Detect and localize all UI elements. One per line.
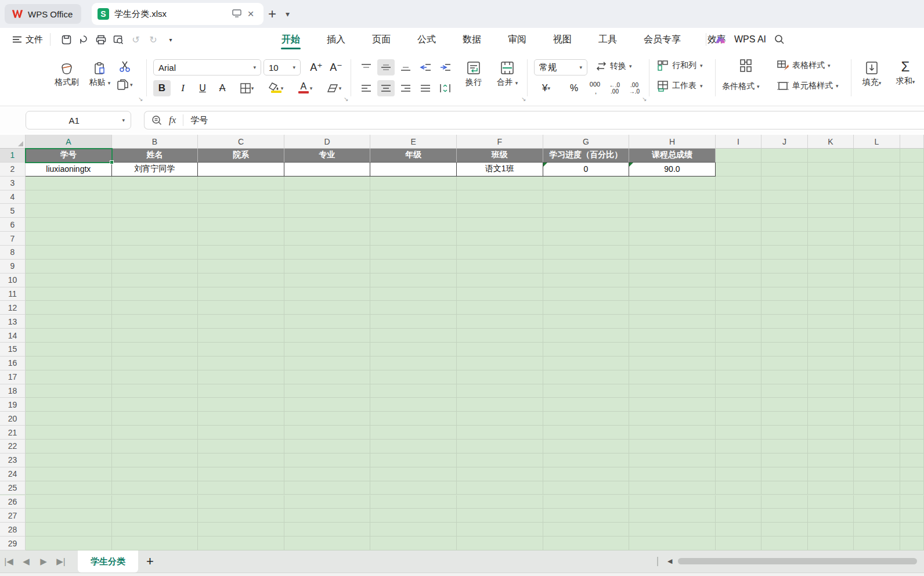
cell-I27[interactable] — [716, 509, 762, 523]
cell-E4[interactable] — [370, 190, 457, 204]
tab-tools[interactable]: 工具 — [585, 28, 630, 51]
row-header-16[interactable]: 16 — [0, 357, 26, 370]
cell-M24[interactable] — [900, 467, 924, 481]
justify-button[interactable] — [417, 80, 434, 96]
cell-C10[interactable] — [198, 273, 284, 287]
cell-J29[interactable] — [761, 537, 808, 550]
row-header-3[interactable]: 3 — [0, 177, 26, 190]
percent-button[interactable]: % — [565, 80, 583, 96]
cell-E21[interactable] — [370, 426, 457, 440]
row-header-5[interactable]: 5 — [0, 204, 26, 218]
cell-H27[interactable] — [629, 509, 716, 523]
cell-K18[interactable] — [808, 384, 854, 398]
cell-A6[interactable] — [26, 218, 112, 232]
cell-G29[interactable] — [543, 537, 630, 550]
cell-E5[interactable] — [370, 204, 457, 218]
column-header-F[interactable]: F — [457, 135, 543, 149]
cell-F17[interactable] — [457, 370, 543, 384]
cell-K12[interactable] — [808, 301, 854, 315]
cell-K15[interactable] — [808, 343, 854, 357]
row-header-18[interactable]: 18 — [0, 384, 26, 398]
cell-F18[interactable] — [457, 384, 543, 398]
document-tab[interactable]: S 学生分类.xlsx × — [92, 3, 264, 25]
cell-F5[interactable] — [457, 204, 543, 218]
cell-C1[interactable]: 院系 — [198, 149, 284, 163]
cell-E24[interactable] — [370, 467, 457, 481]
cell-B21[interactable] — [112, 426, 198, 440]
increase-decimal-button[interactable]: ←.0.00 — [606, 80, 623, 96]
cell-C14[interactable] — [198, 329, 284, 343]
align-middle-button[interactable] — [377, 59, 395, 75]
cell-M14[interactable] — [900, 329, 924, 343]
cell-D26[interactable] — [284, 495, 371, 509]
cell-D12[interactable] — [284, 301, 371, 315]
cell-H28[interactable] — [629, 523, 716, 537]
cell-H6[interactable] — [629, 218, 716, 232]
cell-G19[interactable] — [543, 398, 630, 412]
cell-L8[interactable] — [854, 246, 900, 260]
italic-button[interactable]: I — [174, 80, 192, 96]
cell-L23[interactable] — [854, 453, 900, 467]
cell-C22[interactable] — [198, 440, 284, 453]
cell-J15[interactable] — [761, 343, 808, 357]
cell-J1[interactable] — [761, 149, 808, 163]
cell-F15[interactable] — [457, 343, 543, 357]
cell-D28[interactable] — [284, 523, 371, 537]
cell-K27[interactable] — [808, 509, 854, 523]
alignment-expand-icon[interactable]: ↘ — [521, 96, 526, 102]
cell-D22[interactable] — [284, 440, 371, 453]
cell-F16[interactable] — [457, 357, 543, 370]
cell-I7[interactable] — [716, 232, 762, 246]
cell-K23[interactable] — [808, 453, 854, 467]
cell-E6[interactable] — [370, 218, 457, 232]
cell-J12[interactable] — [761, 301, 808, 315]
cell-D4[interactable] — [284, 190, 371, 204]
cell-F19[interactable] — [457, 398, 543, 412]
cell-G16[interactable] — [543, 357, 630, 370]
row-header-19[interactable]: 19 — [0, 398, 26, 412]
cell-I2[interactable] — [716, 163, 762, 177]
hscroll-left-arrow-icon[interactable]: ◀ — [667, 557, 672, 565]
strikethrough-button[interactable]: A — [214, 80, 231, 96]
cell-A18[interactable] — [26, 384, 112, 398]
font-size-select[interactable]: 10▾ — [264, 59, 301, 75]
sum-button[interactable]: Σ 求和▾ — [890, 59, 921, 87]
row-header-26[interactable]: 26 — [0, 495, 26, 509]
column-header-D[interactable]: D — [284, 135, 371, 149]
cell-E18[interactable] — [370, 384, 457, 398]
cell-A21[interactable] — [26, 426, 112, 440]
cell-E23[interactable] — [370, 453, 457, 467]
cell-A20[interactable] — [26, 412, 112, 426]
cell-D21[interactable] — [284, 426, 371, 440]
cell-I25[interactable] — [716, 481, 762, 495]
number-format-select[interactable]: 常规▾ — [534, 59, 587, 75]
cell-I3[interactable] — [716, 177, 762, 190]
column-header-I[interactable]: I — [716, 135, 762, 149]
cell-C7[interactable] — [198, 232, 284, 246]
cell-A29[interactable] — [26, 537, 112, 550]
cell-K2[interactable] — [808, 163, 854, 177]
font-expand-icon[interactable]: ↘ — [344, 96, 348, 102]
cell-J10[interactable] — [761, 273, 808, 287]
cell-L15[interactable] — [854, 343, 900, 357]
cell-F14[interactable] — [457, 329, 543, 343]
cell-A5[interactable] — [26, 204, 112, 218]
cell-L25[interactable] — [854, 481, 900, 495]
row-header-27[interactable]: 27 — [0, 509, 26, 523]
cell-D20[interactable] — [284, 412, 371, 426]
cell-M6[interactable] — [900, 218, 924, 232]
cell-E28[interactable] — [370, 523, 457, 537]
cell-M23[interactable] — [900, 453, 924, 467]
cell-C6[interactable] — [198, 218, 284, 232]
align-bottom-button[interactable] — [397, 59, 414, 75]
bold-button[interactable]: B — [153, 80, 171, 96]
cell-A25[interactable] — [26, 481, 112, 495]
cell-E14[interactable] — [370, 329, 457, 343]
insert-function-icon[interactable]: fx — [169, 114, 176, 126]
wps-ai-label[interactable]: WPS AI — [734, 34, 766, 45]
tab-data[interactable]: 数据 — [449, 28, 495, 51]
cell-G3[interactable] — [543, 177, 630, 190]
cell-F22[interactable] — [457, 440, 543, 453]
cell-C15[interactable] — [198, 343, 284, 357]
text-orientation-button[interactable] — [436, 80, 454, 96]
